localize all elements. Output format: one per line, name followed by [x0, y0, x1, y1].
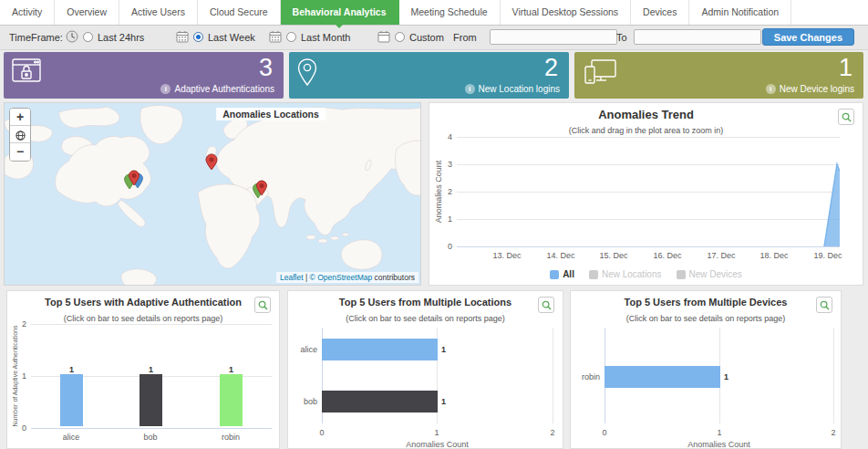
x-tick: 2 [550, 428, 554, 437]
tab-activity[interactable]: Activity [0, 0, 55, 25]
kpi-card-new-location-logins: 2 i New Location logins [289, 52, 569, 99]
globe-button[interactable] [10, 126, 30, 143]
chart-title: Top 5 Users with Adaptive Authentication [7, 297, 279, 308]
info-icon[interactable]: i [160, 84, 170, 94]
x-tick: 18. Dec [760, 251, 788, 260]
bar-alice[interactable] [60, 374, 83, 426]
legend-item-new-locations[interactable]: New Locations [589, 269, 662, 279]
to-date-input[interactable] [634, 29, 761, 45]
category-label: alice [290, 345, 317, 354]
kpi-label-row: i Adaptive Authentications [160, 84, 274, 94]
radio-lastmonth-label[interactable]: Last Month [301, 32, 350, 43]
bar-value-label: 1 [140, 365, 162, 374]
bar-robin[interactable] [220, 374, 243, 426]
tab-cloud-secure[interactable]: Cloud Secure [198, 0, 281, 25]
legend-item-new-devices[interactable]: New Devices [677, 269, 742, 279]
magnifier-button[interactable] [838, 109, 854, 125]
magnifier-button[interactable] [816, 297, 832, 313]
magnifier-button[interactable] [538, 297, 554, 313]
kpi-label: New Device logins [780, 84, 854, 94]
legend-swatch [589, 270, 598, 279]
x-axis-title: Anomalies Count [322, 440, 553, 449]
anomalies-locations-map[interactable]: Anomalies Locations + − [4, 102, 421, 286]
x-tick: 19. Dec [813, 251, 842, 260]
y-tick: 0 [429, 242, 452, 251]
y-tick: 4 [429, 132, 452, 141]
radio-custom[interactable] [395, 32, 405, 42]
chart-title: Anomalies Trend [429, 108, 863, 121]
openstreetmap-link[interactable]: © OpenStreetMap [310, 273, 373, 282]
map-marker-india-icon[interactable] [252, 180, 272, 203]
x-tick: 17. Dec [707, 251, 735, 260]
timeframe-option-lastweek[interactable]: Last Week [176, 25, 255, 49]
bar-alice[interactable] [322, 339, 438, 360]
map-attribution: Leaflet | © OpenStreetMap contributors [276, 272, 418, 283]
leaflet-link[interactable]: Leaflet [280, 273, 304, 282]
area-series-all[interactable] [457, 137, 840, 246]
category-label: alice [63, 433, 80, 442]
tab-meeting-schedule[interactable]: Meeting Schedule [399, 0, 501, 25]
x-axis-line [31, 428, 272, 429]
map-marker-europe-icon[interactable] [204, 153, 219, 174]
category-label: robin [222, 433, 240, 442]
tab-active-users[interactable]: Active Users [119, 0, 198, 25]
gridline [553, 328, 553, 423]
tab-overview[interactable]: Overview [55, 0, 119, 25]
gridline [833, 328, 834, 423]
x-axis-title: Anomalies Count [604, 440, 833, 449]
x-tick: 16. Dec [653, 251, 681, 260]
kpi-label: Adaptive Authentications [174, 84, 274, 94]
timeframe-bar: TimeFrame: Last 24hrs Last Week Last Mon… [0, 25, 868, 50]
radio-last24hrs-label[interactable]: Last 24hrs [98, 32, 144, 43]
radio-custom-label[interactable]: Custom [409, 32, 444, 43]
x-tick: 1 [434, 428, 439, 437]
bar-robin[interactable] [604, 366, 720, 388]
location-pin-icon [297, 58, 317, 91]
radio-lastmonth[interactable] [286, 32, 296, 42]
from-date-input[interactable] [490, 29, 617, 45]
kpi-value: 3 [259, 52, 273, 83]
info-icon[interactable]: i [766, 84, 776, 94]
magnifier-button[interactable] [254, 297, 271, 313]
legend-item-all[interactable]: All [550, 269, 574, 279]
save-changes-button[interactable]: Save Changes [762, 28, 854, 46]
timeframe-option-custom[interactable]: Custom [377, 25, 444, 49]
x-tick: 2 [831, 428, 835, 437]
timeframe-option-lastmonth[interactable]: Last Month [269, 25, 350, 49]
tab-devices[interactable]: Devices [631, 0, 689, 25]
timeframe-label: TimeFrame: [9, 25, 63, 49]
tab-virtual-desktop-sessions[interactable]: Virtual Desktop Sessions [501, 0, 632, 25]
zoom-out-button[interactable]: − [10, 143, 30, 161]
x-tick: 13. Dec [492, 251, 521, 260]
tab-bar: Activity Overview Active Users Cloud Sec… [0, 0, 868, 26]
tab-admin-notification[interactable]: Admin Notification [689, 0, 791, 25]
anomalies-trend-panel: Anomalies Trend (Click and drag in the p… [429, 102, 863, 286]
category-label: robin [573, 372, 600, 381]
info-icon[interactable]: i [465, 84, 475, 94]
bar-bob[interactable] [140, 374, 162, 426]
category-label: bob [143, 433, 157, 442]
radio-last24hrs[interactable] [83, 32, 93, 42]
tab-behavioral-analytics[interactable]: Behavioral Analytics [281, 0, 399, 25]
chart-subtitle: (Click on bar to see details on reports … [571, 314, 841, 323]
radio-lastweek-label[interactable]: Last Week [208, 32, 255, 43]
radio-lastweek[interactable] [193, 32, 203, 42]
x-tick: 0 [602, 428, 606, 437]
browser-lock-icon [12, 58, 45, 89]
bar-bob[interactable] [322, 391, 438, 412]
bar-value-label: 1 [724, 372, 728, 381]
kpi-label: New Location logins [479, 84, 561, 94]
clock-icon [66, 30, 78, 45]
map-title: Anomalies Locations [216, 108, 326, 120]
legend-swatch [677, 270, 686, 279]
map-marker-us-west-icon[interactable] [123, 170, 145, 193]
gridline [31, 324, 272, 325]
bar-value-label: 1 [220, 365, 243, 374]
x-tick: 0 [319, 428, 324, 437]
x-axis-line [457, 246, 840, 247]
attribution-separator: | [305, 273, 307, 282]
timeframe-option-last24hrs[interactable]: Last 24hrs [66, 25, 144, 49]
kpi-label-row: i New Location logins [465, 84, 561, 94]
top5-multiple-devices-panel: Top 5 Users from Multiple Devices (Click… [570, 290, 842, 449]
zoom-in-button[interactable]: + [10, 109, 30, 126]
